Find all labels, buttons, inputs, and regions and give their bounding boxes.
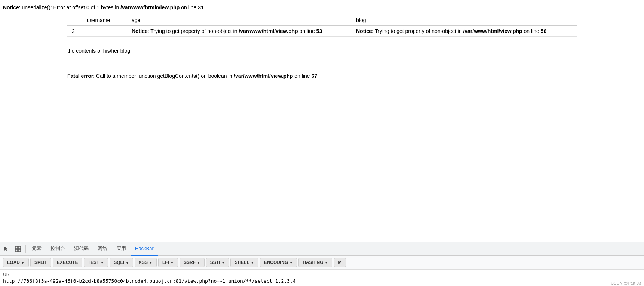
col-header-username: username [82,15,127,26]
hackbar-shell-arrow: ▼ [251,261,254,265]
age-notice-text: Notice: Trying to get property of non-ob… [132,28,322,34]
devtools-panel: 元素 控制台 源代码 网络 应用 HackBar LOAD ▼ SPLIT EX… [0,242,644,286]
devtools-tabs: 元素 控制台 源代码 网络 应用 HackBar [0,242,644,256]
svg-rect-1 [18,246,21,249]
tab-elements-label: 元素 [32,245,42,252]
hackbar-sqli-button[interactable]: SQLI ▼ [110,258,133,267]
blog-notice-msg: : Trying to get property of non-object i… [372,28,463,34]
tab-application-label: 应用 [116,245,126,252]
hackbar-sqli-label: SQLI [114,260,124,265]
svg-rect-0 [15,246,18,249]
col-header-blog: blog [352,15,577,26]
tab-elements[interactable]: 元素 [27,242,46,256]
hackbar-execute-button[interactable]: EXECUTE [53,258,82,267]
blog-content-section: the contents of his/her blog [67,44,577,58]
hackbar-test-label: TEST [88,260,99,265]
hackbar-xss-arrow: ▼ [149,261,153,265]
tab-console[interactable]: 控制台 [46,242,70,256]
tab-sources[interactable]: 源代码 [70,242,93,256]
hackbar-split-label: SPLIT [34,260,47,265]
row-age-notice: Notice: Trying to get property of non-ob… [127,26,352,37]
hackbar-hashing-arrow: ▼ [325,261,328,265]
notice-label: Notice [3,4,19,10]
hackbar-m-label: M [338,260,342,265]
tab-network[interactable]: 网络 [93,242,112,256]
age-notice-on-line: on line [298,28,316,34]
tab-hackbar-label: HackBar [135,246,154,251]
hackbar-encoding-button[interactable]: ENCODING ▼ [260,258,297,267]
notice-linenum: 31 [198,4,204,10]
hackbar-lfi-button[interactable]: LFI ▼ [158,258,178,267]
fatal-label: Fatal error [67,73,93,79]
hackbar-url-section: URL http://736f8f3a-492a-46f0-b2cd-b8a55… [0,270,644,286]
age-notice-filepath: /var/www/html/view.php [239,28,298,34]
col-header-num [67,15,82,26]
url-value[interactable]: http://736f8f3a-492a-46f0-b2cd-b8a55750c… [3,278,641,284]
fatal-error-section: Fatal error: Call to a member function g… [67,73,577,79]
hackbar-sqli-arrow: ▼ [125,261,129,265]
hackbar-load-arrow: ▼ [21,261,25,265]
age-notice-label: Notice [132,28,148,34]
hackbar-shell-button[interactable]: SHELL ▼ [230,258,258,267]
blog-notice-filepath: /var/www/html/view.php [463,28,522,34]
hackbar-ssrf-label: SSRF [184,260,196,265]
blog-notice-text: Notice: Trying to get property of non-ob… [356,28,546,34]
tab-hackbar[interactable]: HackBar [131,242,158,256]
age-notice-msg: : Trying to get property of non-object i… [148,28,239,34]
hackbar-hashing-label: HASHING [303,260,323,265]
row-username [82,26,127,37]
hackbar-encoding-label: ENCODING [264,260,288,265]
hackbar-load-label: LOAD [7,260,20,265]
cursor-icon[interactable] [1,244,12,254]
hackbar-shell-label: SHELL [234,260,249,265]
tab-network-label: 网络 [98,245,107,252]
hackbar-ssti-label: SSTI [210,260,220,265]
fatal-linenum: 67 [311,73,317,79]
hackbar-test-arrow: ▼ [100,261,104,265]
tab-sources-label: 源代码 [74,245,89,252]
hackbar-lfi-label: LFI [162,260,169,265]
hackbar-split-button[interactable]: SPLIT [30,258,51,267]
hackbar-ssrf-button[interactable]: SSRF ▼ [180,258,205,267]
svg-rect-3 [18,249,21,252]
hackbar-lfi-arrow: ▼ [170,261,174,265]
notice-text: : unserialize(): Error at offset 0 of 1 … [19,4,120,10]
row-num: 2 [67,26,82,37]
hackbar-execute-label: EXECUTE [57,260,78,265]
tab-console-label: 控制台 [50,245,65,252]
hackbar-encoding-arrow: ▼ [289,261,293,265]
blog-notice-on-line: on line [522,28,541,34]
inspect-icon[interactable] [13,244,23,254]
table-row: 2 Notice: Trying to get property of non-… [67,26,577,37]
hackbar-xss-button[interactable]: XSS ▼ [135,258,157,267]
blog-content-text: the contents of his/her blog [67,48,577,54]
data-table-container: username age blog 2 Notice: Trying to ge… [67,15,577,37]
csdn-watermark: CSDN @Part 03 [611,281,641,285]
age-notice-linenum: 53 [316,28,322,34]
tab-separator [25,245,26,253]
fatal-text: : Call to a member function getBlogConte… [93,73,234,79]
notice-on-line: on line [180,4,198,10]
hackbar-xss-label: XSS [139,260,148,265]
fatal-filepath: /var/www/html/view.php [234,73,293,79]
blog-notice-linenum: 56 [541,28,547,34]
url-label: URL [3,272,641,277]
svg-rect-2 [15,249,18,252]
hackbar-ssrf-arrow: ▼ [197,261,200,265]
hackbar-load-button[interactable]: LOAD ▼ [3,258,29,267]
notice-filepath: /var/www/html/view.php [120,4,180,10]
divider [67,65,577,65]
tab-application[interactable]: 应用 [112,242,131,256]
blog-notice-label: Notice [356,28,372,34]
top-notice: Notice: unserialize(): Error at offset 0… [0,3,644,12]
hackbar-test-button[interactable]: TEST ▼ [84,258,108,267]
hackbar-m-button[interactable]: M [334,258,346,267]
col-header-age: age [127,15,352,26]
main-content: Notice: unserialize(): Error at offset 0… [0,0,644,194]
fatal-on-line: on line [293,73,311,79]
hackbar-ssti-button[interactable]: SSTI ▼ [206,258,229,267]
hackbar-ssti-arrow: ▼ [221,261,225,265]
hackbar-hashing-button[interactable]: HASHING ▼ [298,258,332,267]
row-blog-notice: Notice: Trying to get property of non-ob… [352,26,577,37]
data-table: username age blog 2 Notice: Trying to ge… [67,15,577,37]
